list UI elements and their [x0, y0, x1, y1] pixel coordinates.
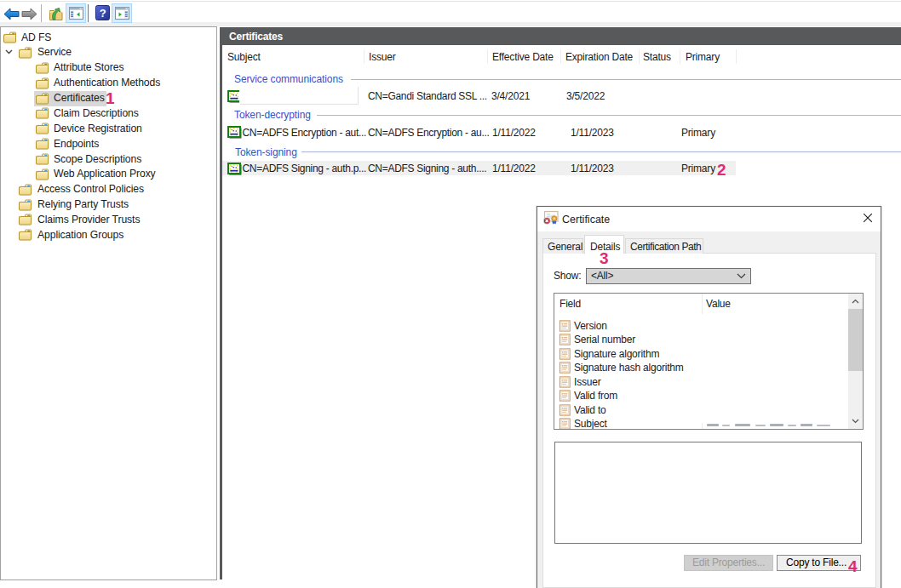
svg-text:?: ? — [100, 7, 106, 20]
